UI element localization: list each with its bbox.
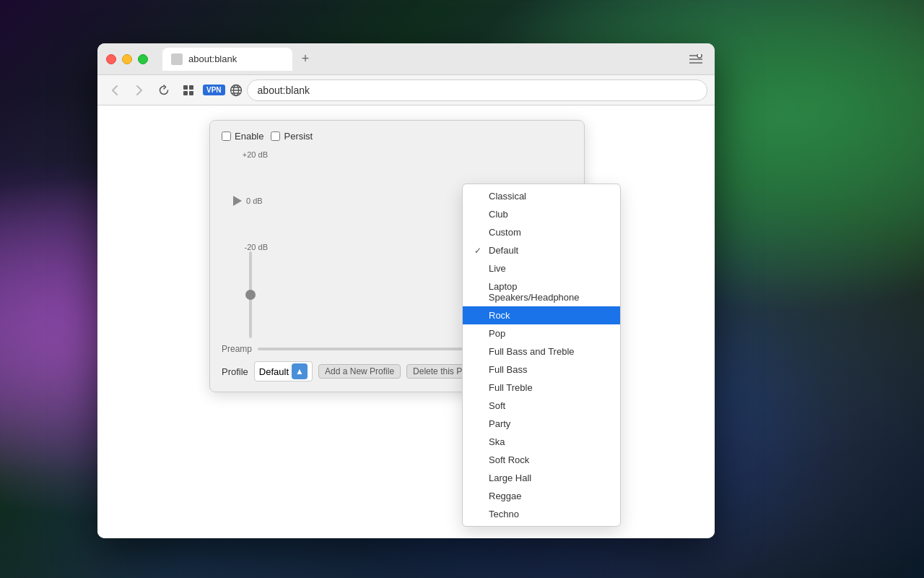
dropdown-item-custom[interactable]: Custom (463, 223, 620, 241)
active-tab[interactable]: about:blank (162, 48, 292, 71)
grid-view-button[interactable] (178, 80, 199, 100)
svg-point-3 (697, 54, 702, 58)
dropdown-item-label: Techno (489, 509, 519, 519)
traffic-lights (106, 54, 148, 64)
dropdown-item-default[interactable]: ✓Default (463, 241, 620, 259)
dropdown-item-label: Ska (489, 436, 505, 447)
preamp-slider-track[interactable] (249, 251, 252, 338)
dropdown-item-full-bass-and-treble[interactable]: Full Bass and Treble (463, 342, 620, 361)
tab-favicon (171, 53, 183, 65)
svg-rect-6 (183, 91, 188, 95)
svg-rect-4 (183, 85, 188, 90)
checkmark-icon: ✓ (474, 246, 484, 256)
dropdown-item-label: Club (489, 209, 508, 220)
db-mid-label: 0 dB (246, 197, 263, 205)
dropdown-item-label: Large Hall (489, 473, 531, 483)
dropdown-item-label: Soft Rock (489, 454, 529, 465)
dropdown-item-label: Full Treble (489, 382, 533, 393)
svg-rect-5 (189, 85, 193, 90)
eq-left-panel: +20 dB 0 dB -20 dB (222, 150, 279, 338)
svg-rect-7 (189, 91, 193, 95)
dropdown-item-reggae[interactable]: Reggae (463, 487, 620, 505)
dropdown-item-label: Default (489, 245, 518, 256)
db-top-label: +20 dB (233, 150, 268, 159)
tab-title: about:blank (188, 53, 284, 64)
dropdown-item-full-bass[interactable]: Full Bass (463, 361, 620, 379)
dropdown-item-label: Laptop Speakers/Headphone (489, 281, 609, 303)
eq-top-row: Enable Persist (222, 131, 572, 142)
maximize-button[interactable] (138, 54, 148, 64)
persist-checkbox[interactable] (271, 131, 280, 141)
profile-label: Profile (222, 366, 248, 377)
dropdown-item-label: Reggae (489, 491, 522, 501)
dropdown-item-label: Party (489, 418, 510, 429)
profile-dropdown-button[interactable]: ▲ (292, 363, 308, 379)
dropdown-item-label: Soft (489, 400, 505, 411)
db-labels: +20 dB 0 dB -20 dB (233, 150, 268, 251)
dropdown-item-soft[interactable]: Soft (463, 397, 620, 415)
dropdown-item-label: Live (489, 263, 506, 274)
eq-slider-area: 0 dB (233, 196, 268, 206)
add-profile-button[interactable]: Add a New Profile (318, 364, 401, 379)
minimize-button[interactable] (122, 54, 132, 64)
dropdown-item-full-treble[interactable]: Full Treble (463, 379, 620, 397)
dropdown-item-laptop-speakers/headphone[interactable]: Laptop Speakers/Headphone (463, 277, 620, 306)
dropdown-item-rock[interactable]: Rock (463, 306, 620, 324)
address-bar[interactable]: about:blank (247, 79, 707, 101)
browser-window: about:blank + (97, 43, 715, 538)
play-icon (233, 196, 242, 206)
new-tab-button[interactable]: + (295, 49, 315, 69)
dropdown-item-club[interactable]: Club (463, 205, 620, 223)
dropdown-item-label: Full Bass and Treble (489, 346, 575, 357)
preset-dropdown-menu: ClassicalClubCustom✓DefaultLiveLaptop Sp… (462, 184, 621, 527)
reload-button[interactable] (154, 80, 174, 100)
enable-checkbox[interactable] (222, 131, 231, 141)
dropdown-item-live[interactable]: Live (463, 259, 620, 277)
dropdown-item-label: Classical (489, 191, 526, 202)
dropdown-item-ska[interactable]: Ska (463, 433, 620, 451)
tab-bar: about:blank + (162, 48, 680, 71)
profile-value: Default (259, 366, 289, 377)
vpn-badge[interactable]: VPN (203, 85, 225, 95)
dropdown-item-classical[interactable]: Classical (463, 187, 620, 205)
dropdown-item-large-hall[interactable]: Large Hall (463, 469, 620, 487)
dropdown-item-techno[interactable]: Techno (463, 505, 620, 523)
persist-checkbox-label[interactable]: Persist (271, 131, 313, 142)
dropdown-item-party[interactable]: Party (463, 415, 620, 433)
extensions-button[interactable] (686, 49, 706, 69)
back-button[interactable] (105, 80, 125, 100)
dropdown-item-label: Custom (489, 227, 521, 238)
content-area: Enable Persist +20 dB 0 dB -20 (97, 105, 715, 538)
nav-bar: VPN about:blank (97, 75, 715, 105)
dropdown-item-label: Full Bass (489, 364, 527, 375)
dropdown-item-soft-rock[interactable]: Soft Rock (463, 451, 620, 469)
dropdown-item-pop[interactable]: Pop (463, 324, 620, 342)
persist-label: Persist (284, 131, 313, 142)
profile-select[interactable]: Default ▲ (254, 361, 313, 381)
forward-button[interactable] (129, 80, 149, 100)
db-bot-label: -20 dB (233, 243, 268, 251)
close-button[interactable] (106, 54, 116, 64)
globe-icon (230, 84, 243, 97)
enable-label: Enable (235, 131, 263, 142)
dropdown-item-label: Pop (489, 328, 505, 339)
dropdown-item-label: Rock (489, 310, 510, 321)
preamp-label: Preamp (222, 344, 252, 354)
title-bar: about:blank + (97, 43, 715, 75)
address-text: about:blank (258, 85, 310, 96)
enable-checkbox-label[interactable]: Enable (222, 131, 263, 142)
